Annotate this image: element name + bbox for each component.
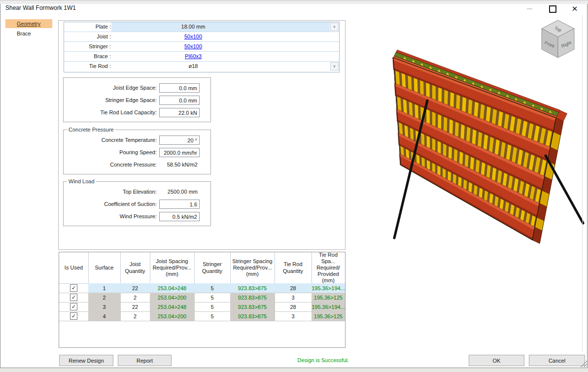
stringer-qty-cell: 5 [194, 302, 231, 312]
minimize-button[interactable] [522, 3, 537, 14]
tierod-qty-cell: 28 [275, 283, 312, 293]
joist-qty-cell: 2 [120, 293, 150, 303]
joist-link[interactable]: 50x100 [153, 32, 234, 41]
window-title: Shear Wall Formwork 1W1 [5, 4, 76, 11]
stringer-spacing-cell: 923.83>875 [230, 283, 275, 293]
wind-pressure-input[interactable] [159, 212, 200, 221]
joist-qty-cell: 22 [120, 302, 150, 312]
top-elevation-value: 2500.00 mm [159, 187, 198, 197]
column-header-tierod-quantity[interactable]: Tie Rod Quantity [275, 252, 312, 284]
tierod-qty-cell: 3 [275, 311, 312, 321]
maximize-icon [549, 5, 556, 13]
joist-qty-cell: 2 [120, 311, 150, 321]
property-row-joist: Joist : 50x100 [64, 32, 339, 42]
column-header-stringer-spacing[interactable]: Stringer Spacing Required/Prov... (mm) [230, 252, 275, 284]
property-row-tierod: Tie Rod : ø18 ∨ [64, 62, 339, 71]
column-header-stringer-quantity[interactable]: Stringer Quantity [194, 252, 231, 284]
concrete-temperature-input[interactable] [159, 135, 200, 145]
view-cube[interactable]: Top Front Right [542, 20, 574, 58]
tierod-spacing-cell: 195.36>125 [311, 293, 345, 303]
joist-edge-space-label: Joist Edge Space: [64, 83, 157, 93]
tierod-load-capacity-label: Tie Rod Load Capacity: [64, 108, 157, 117]
concrete-pressure-group: Concrete Pressure Concrete Temperature: … [63, 130, 211, 174]
report-button[interactable]: Report [118, 355, 172, 366]
maximize-button[interactable] [545, 3, 560, 14]
status-message: Design is Successful. [242, 357, 349, 363]
tierod-value[interactable]: ø18 [153, 62, 234, 71]
chevron-down-icon: ∨ [333, 25, 336, 29]
wind-load-group: Wind Load Top Elevation: 2500.00 mm Coef… [63, 181, 211, 226]
wind-pressure-label: Wind Pressure: [64, 212, 157, 221]
brace-label: Brace : [64, 52, 111, 61]
tierod-spacing-cell: 195.36>194... [311, 283, 345, 293]
cancel-button[interactable]: Cancel [529, 355, 585, 366]
close-button[interactable]: ✕ [567, 3, 582, 14]
tierod-label: Tie Rod : [64, 62, 111, 71]
component-property-grid: Plate : 18.00 mm ∨ Joist : 50x100 String… [64, 22, 340, 72]
background-app-strip [0, 0, 588, 4]
stringer-qty-cell: 5 [194, 293, 231, 303]
tierod-dropdown-button[interactable]: ∨ [330, 62, 339, 70]
tierod-qty-cell: 28 [275, 302, 312, 312]
minimize-icon [527, 8, 532, 9]
surface-cell: 2 [88, 293, 121, 303]
joist-spacing-cell: 253.04>200 [150, 311, 195, 321]
stringer-spacing-cell: 923.83>875 [230, 302, 275, 312]
joist-qty-cell: 22 [120, 283, 150, 293]
joist-edge-space-input[interactable] [159, 83, 200, 93]
tierod-qty-cell: 3 [275, 293, 312, 303]
surface-cell: 4 [88, 311, 121, 321]
brace-member[interactable] [546, 156, 583, 223]
viewport-right-divider [582, 15, 583, 351]
ok-button[interactable]: OK [469, 355, 524, 366]
tierod-load-capacity-input[interactable] [159, 108, 200, 117]
sidebar-item-geometry[interactable]: Geometry [5, 19, 52, 28]
joist-spacing-cell: 253.04>248 [150, 302, 195, 312]
coefficient-of-suction-label: Coefficient of Suction: [64, 200, 157, 209]
stringer-link[interactable]: 50x100 [153, 42, 234, 51]
concrete-temperature-label: Concrete Temperature: [64, 135, 157, 145]
stringer-label: Stringer : [64, 42, 111, 51]
column-header-is-used[interactable]: Is Used [59, 252, 89, 284]
plate-dropdown-button[interactable]: ∨ [330, 23, 339, 31]
tierod-spacing-cell: 195.36>125 [311, 311, 345, 321]
tierod-spacing-cell: 195.36>194... [311, 302, 345, 312]
is-used-checkbox[interactable]: ✓ [70, 312, 77, 320]
is-used-cell: ✓ [59, 302, 89, 312]
pouring-speed-label: Pouring Speed: [64, 148, 157, 157]
column-header-tierod-spacing[interactable]: Tie Rod Spa... Required/ Provided (mm) [311, 252, 345, 284]
brace-link[interactable]: PI60x3 [153, 52, 234, 61]
property-row-plate: Plate : 18.00 mm ∨ [64, 22, 339, 32]
close-icon: ✕ [572, 4, 578, 13]
joist-label: Joist : [64, 32, 111, 41]
surface-cell: 1 [88, 283, 121, 293]
stringer-qty-cell: 5 [194, 283, 231, 293]
column-header-surface[interactable]: Surface [88, 252, 121, 284]
stringer-qty-cell: 5 [194, 311, 231, 321]
design-results-table: Is Used Surface Joist Quantity Joist Spa… [59, 252, 346, 348]
is-used-cell: ✓ [59, 293, 89, 303]
concrete-pressure-group-title: Concrete Pressure [67, 127, 115, 133]
is-used-checkbox[interactable]: ✓ [70, 303, 77, 310]
plate-label: Plate : [64, 22, 111, 32]
formwork-3d-model [393, 50, 583, 243]
chevron-down-icon: ∨ [333, 64, 336, 68]
column-header-joist-quantity[interactable]: Joist Quantity [120, 252, 150, 284]
property-row-brace: Brace : PI60x3 [64, 52, 339, 62]
renew-design-button[interactable]: Renew Design [59, 355, 113, 366]
stringer-edge-space-label: Stringer Edge Space: [64, 96, 157, 105]
pouring-speed-input[interactable] [159, 148, 200, 157]
stringer-spacing-cell: 923.83>875 [230, 293, 275, 303]
is-used-checkbox[interactable]: ✓ [70, 284, 77, 292]
sidebar-item-brace[interactable]: Brace [5, 29, 52, 38]
plate-value[interactable]: 18.00 mm [153, 22, 234, 32]
coefficient-of-suction-input[interactable] [159, 200, 200, 209]
edge-space-group: Joist Edge Space: Stringer Edge Space: T… [63, 77, 211, 122]
column-header-joist-spacing[interactable]: Joist Spacing Required/Prov... (mm) [150, 252, 195, 284]
shear-wall-formwork-dialog: Top Front Right Shear Wall Formwork 1W1 … [0, 0, 588, 368]
stringer-edge-space-input[interactable] [159, 96, 200, 105]
joist-spacing-cell: 253.04>248 [150, 283, 195, 293]
is-used-checkbox[interactable]: ✓ [70, 294, 77, 301]
concrete-pressure-value: 58.50 kN/m2 [159, 160, 198, 169]
property-row-stringer: Stringer : 50x100 [64, 42, 339, 52]
